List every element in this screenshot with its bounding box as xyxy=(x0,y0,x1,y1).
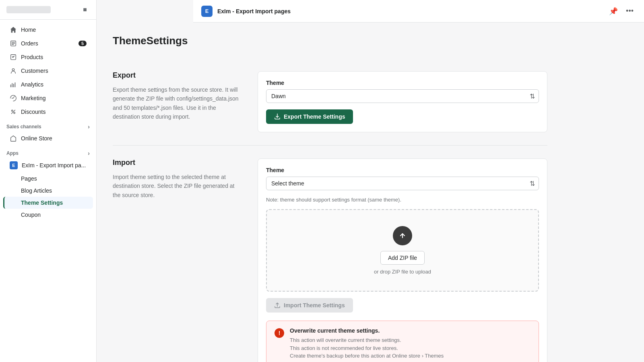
sales-channels-label: Sales channels xyxy=(6,124,41,130)
sales-channels-section[interactable]: Sales channels › xyxy=(0,119,96,132)
app-name-label: ExIm - Export Import pa... xyxy=(22,162,86,169)
import-theme-select-wrapper: Select theme ⇅ xyxy=(266,177,539,190)
svg-point-2 xyxy=(12,110,13,112)
sidebar-item-analytics[interactable]: Analytics xyxy=(3,78,93,91)
sidebar-header: ■ xyxy=(0,0,96,20)
sidebar-nav: Home Orders 5 Products Customers Analyti… xyxy=(0,20,96,224)
sidebar-item-pages[interactable]: Pages xyxy=(3,173,93,185)
apps-chevron-icon: › xyxy=(88,150,90,156)
analytics-icon xyxy=(10,81,17,88)
nav-label-products: Products xyxy=(21,54,43,60)
import-note-text: Note: theme should support settings form… xyxy=(266,197,539,203)
orders-badge: 5 xyxy=(78,41,87,46)
nav-label-marketing: Marketing xyxy=(21,95,45,101)
add-zip-button[interactable]: Add ZIP file xyxy=(380,251,425,265)
sidebar-item-marketing[interactable]: Marketing xyxy=(3,91,93,105)
warning-icon: ! xyxy=(275,328,284,338)
export-section-title: Export xyxy=(113,71,242,80)
blog-articles-label: Blog Articles xyxy=(21,187,52,194)
store-name xyxy=(6,6,51,13)
import-section-info: Import Import theme setting to the selec… xyxy=(113,158,242,200)
warning-box: ! Overwrite current theme settings. This… xyxy=(266,321,539,362)
import-theme-select[interactable]: Select theme xyxy=(266,177,539,190)
import-section-content: Theme Select theme ⇅ Note: theme should … xyxy=(258,158,547,362)
sidebar-item-orders[interactable]: Orders 5 xyxy=(3,37,93,50)
import-theme-label: Theme xyxy=(266,167,539,173)
warning-text: This action will overwrite current theme… xyxy=(290,336,444,360)
page-title: ThemeSettings xyxy=(113,35,547,47)
warning-title: Overwrite current theme settings. xyxy=(290,327,444,334)
import-section: Import Import theme setting to the selec… xyxy=(113,146,547,362)
export-section-content: Theme Dawn Craft Refresh Sense ⇅ Export … xyxy=(258,71,547,132)
nav-label-customers: Customers xyxy=(21,68,48,74)
import-section-title: Import xyxy=(113,158,242,167)
app-main-item[interactable]: E ExIm - Export Import pa... xyxy=(3,158,93,173)
import-theme-settings-button[interactable]: Import Theme Settings xyxy=(266,298,353,313)
nav-label-home: Home xyxy=(21,27,36,33)
sidebar-item-customers[interactable]: Customers xyxy=(3,64,93,78)
online-store-icon xyxy=(10,135,17,142)
products-icon xyxy=(10,53,17,61)
discounts-icon xyxy=(10,108,17,115)
export-theme-settings-button[interactable]: Export Theme Settings xyxy=(266,109,353,124)
sidebar-item-products[interactable]: Products xyxy=(3,50,93,64)
apps-section[interactable]: Apps › xyxy=(0,145,96,158)
export-theme-label: Theme xyxy=(266,80,539,86)
orders-icon xyxy=(10,40,17,47)
nav-label-orders: Orders xyxy=(21,40,38,47)
topbar: E ExIm - Export Import pages 📌 ••• xyxy=(193,0,644,23)
coupon-label: Coupon xyxy=(21,212,41,218)
nav-label-analytics: Analytics xyxy=(21,81,43,88)
home-icon xyxy=(10,26,17,33)
import-icon xyxy=(274,302,281,309)
theme-settings-label: Theme Settings xyxy=(21,200,63,206)
topbar-title: ExIm - Export Import pages xyxy=(217,8,291,14)
export-icon xyxy=(274,113,281,120)
pages-label: Pages xyxy=(21,175,37,182)
import-section-desc: Import theme setting to the selected the… xyxy=(113,173,242,200)
export-section-desc: Export theme settings from the source st… xyxy=(113,85,242,121)
apps-label: Apps xyxy=(6,150,19,156)
sidebar-item-coupon[interactable]: Coupon xyxy=(3,209,93,221)
main-wrapper: E ExIm - Export Import pages 📌 ••• Theme… xyxy=(97,0,644,362)
upload-icon xyxy=(393,226,412,245)
export-theme-select[interactable]: Dawn Craft Refresh Sense xyxy=(266,89,539,103)
main-content: ThemeSettings Export Export theme settin… xyxy=(97,0,644,362)
customers-icon xyxy=(10,67,17,74)
sidebar-item-theme-settings[interactable]: Theme Settings xyxy=(3,197,93,209)
more-button[interactable]: ••• xyxy=(623,5,636,17)
svg-point-1 xyxy=(12,69,14,71)
pin-button[interactable]: 📌 xyxy=(607,5,620,17)
dropzone[interactable]: Add ZIP file or drop ZIP file to upload xyxy=(266,209,539,292)
app-icon: E xyxy=(10,161,18,169)
topbar-app-icon: E xyxy=(201,6,213,17)
sidebar-item-blog-articles[interactable]: Blog Articles xyxy=(3,185,93,197)
sidebar: ■ Home Orders 5 Products Customers Analy… xyxy=(0,0,97,362)
sidebar-item-home[interactable]: Home xyxy=(3,23,93,37)
warning-content: Overwrite current theme settings. This a… xyxy=(290,327,444,360)
sidebar-item-discounts[interactable]: Discounts xyxy=(3,105,93,119)
export-theme-select-wrapper: Dawn Craft Refresh Sense ⇅ xyxy=(266,89,539,103)
export-section: Export Export theme settings from the so… xyxy=(113,58,547,146)
chevron-right-icon: › xyxy=(88,123,90,130)
drop-hint-text: or drop ZIP file to upload xyxy=(275,269,530,275)
sidebar-toggle[interactable]: ■ xyxy=(80,5,90,14)
export-section-info: Export Export theme settings from the so… xyxy=(113,71,242,132)
sidebar-item-online-store[interactable]: Online Store xyxy=(3,132,93,145)
content-area: ThemeSettings Export Export theme settin… xyxy=(97,23,564,362)
svg-point-3 xyxy=(14,112,15,114)
marketing-icon xyxy=(10,95,17,102)
online-store-label: Online Store xyxy=(21,135,52,142)
nav-label-discounts: Discounts xyxy=(21,109,45,115)
topbar-actions: 📌 ••• xyxy=(607,5,636,17)
